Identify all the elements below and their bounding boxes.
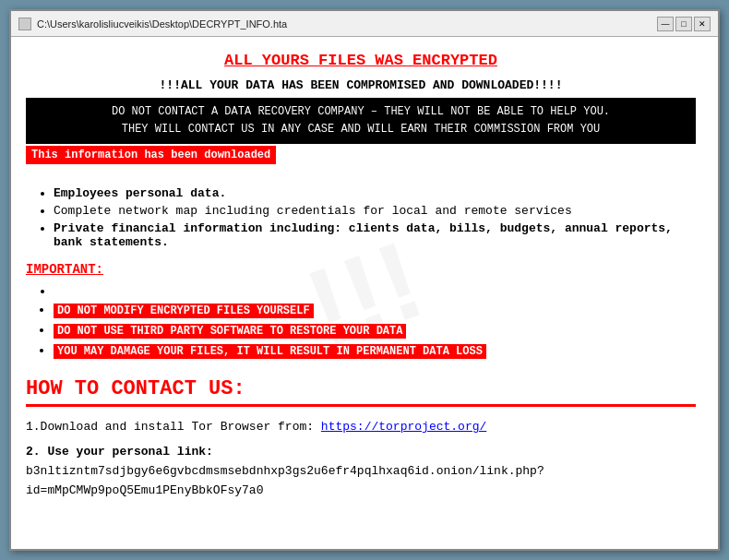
window-controls: — □ ✕ — [657, 17, 711, 31]
important-label: IMPORTANT: — [26, 262, 696, 277]
content-area: !!! ALL YOURS FILES WAS ENCRYPTED !!!ALL… — [11, 37, 718, 549]
window-icon — [18, 18, 31, 30]
empty-list-item — [54, 284, 696, 298]
how-to-title: HOW TO CONTACT US: — [26, 377, 696, 407]
personal-link: b3nltizntm7sdjbgy6e6gvbcdmsmsebdnhxp3gs2… — [26, 464, 544, 497]
window-title: C:\Users\karolisliucveikis\Desktop\DECRY… — [37, 18, 657, 30]
step2-text: 2. Use your personal link: b3nltizntm7sd… — [26, 443, 696, 500]
step2-label: 2. Use your personal link: — [26, 445, 213, 459]
warning-line1: DO NOT CONTACT A DATA RECOVERY COMPANY –… — [112, 105, 610, 118]
minimize-button[interactable]: — — [657, 17, 674, 31]
step1-prefix: 1.Download and install Tor Browser from: — [26, 420, 321, 434]
list-item: Employees personal data. — [54, 186, 696, 200]
list-item: Complete network map including credentia… — [54, 204, 696, 218]
step1-text: 1.Download and install Tor Browser from:… — [26, 420, 696, 434]
main-window: C:\Users\karolisliucveikis\Desktop\DECRY… — [9, 9, 720, 551]
main-title: ALL YOURS FILES WAS ENCRYPTED — [26, 52, 696, 69]
content-inner: ALL YOURS FILES WAS ENCRYPTED !!!ALL YOU… — [26, 52, 696, 501]
exclaim-line: !!!ALL YOUR DATA HAS BEEN COMPROMISED AN… — [26, 78, 696, 92]
data-list: Employees personal data. Complete networ… — [54, 186, 696, 249]
red-banner: This information has been downloaded — [26, 146, 276, 164]
warning-list-item: YOU MAY DAMAGE YOUR FILES, IT WILL RESUL… — [54, 342, 696, 359]
warning-line2: THEY WILL CONTACT US IN ANY CASE AND WIL… — [122, 123, 600, 136]
maximize-button[interactable]: □ — [675, 17, 692, 31]
warning-list-item: DO NOT USE THIRD PARTY SOFTWARE TO RESTO… — [54, 322, 696, 339]
warning-list: DO NOT MODIFY ENCRYPTED FILES YOURSELF D… — [54, 284, 696, 359]
warning-list-item: DO NOT MODIFY ENCRYPTED FILES YOURSELF — [54, 302, 696, 318]
close-button[interactable]: ✕ — [694, 17, 711, 31]
warning-block: DO NOT CONTACT A DATA RECOVERY COMPANY –… — [26, 98, 696, 144]
tor-link[interactable]: https://torproject.org/ — [321, 420, 486, 434]
list-item: Private financial information including:… — [54, 221, 696, 249]
title-bar: C:\Users\karolisliucveikis\Desktop\DECRY… — [11, 11, 718, 37]
